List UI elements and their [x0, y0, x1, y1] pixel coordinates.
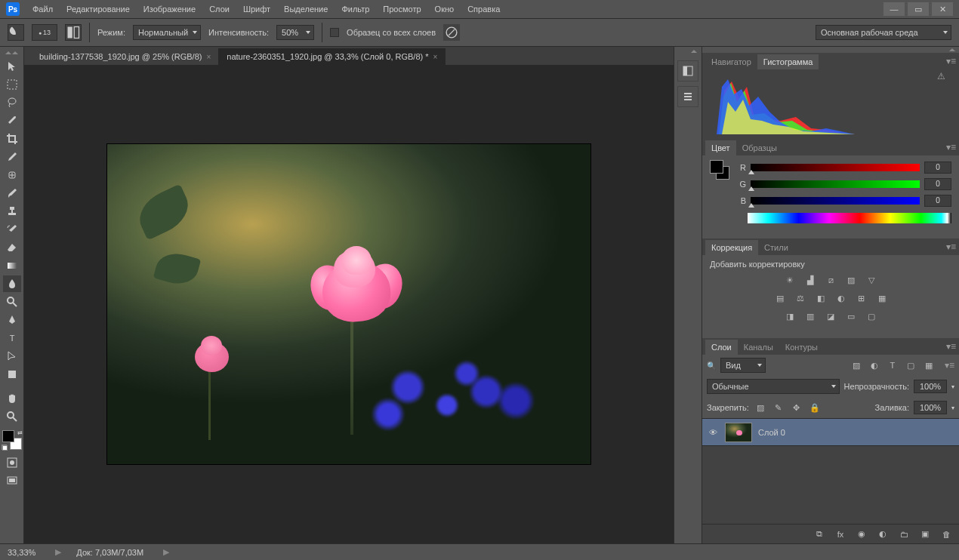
maximize-button[interactable]: ▭ — [908, 2, 929, 16]
hand-tool[interactable] — [3, 390, 21, 407]
blur-tool[interactable] — [3, 275, 21, 292]
levels-icon[interactable]: ▟ — [803, 273, 817, 287]
menu-type[interactable]: Шрифт — [236, 2, 277, 17]
brush-panel-toggle-icon[interactable] — [65, 24, 82, 41]
brush-tool[interactable] — [3, 185, 21, 202]
menu-window[interactable]: Окно — [428, 2, 461, 17]
quickmask-toggle[interactable] — [3, 454, 21, 471]
magic-wand-tool[interactable] — [3, 112, 21, 129]
panel-menu-icon[interactable]: ▾≡ — [946, 56, 956, 66]
filter-smart-icon[interactable]: ▦ — [922, 358, 936, 372]
new-adjustment-icon[interactable]: ◐ — [876, 528, 890, 541]
lock-all-icon[interactable]: 🔒 — [808, 401, 822, 414]
histogram-warning-icon[interactable]: ⚠ — [937, 71, 945, 82]
gradient-tool[interactable] — [3, 257, 21, 274]
marquee-tool[interactable] — [3, 76, 21, 93]
layer-mask-icon[interactable]: ◉ — [855, 528, 868, 541]
hue-icon[interactable]: ▤ — [773, 291, 787, 305]
layer-thumbnail[interactable] — [725, 423, 752, 442]
properties-panel-icon[interactable] — [677, 86, 698, 107]
menu-image[interactable]: Изображение — [137, 2, 202, 17]
type-tool[interactable]: T — [3, 330, 21, 346]
opacity-input[interactable]: 100% — [914, 380, 947, 393]
spectrum-bar[interactable] — [748, 213, 951, 223]
color-tab[interactable]: Цвет — [705, 140, 736, 155]
panel-menu-icon[interactable]: ▾≡ — [946, 341, 956, 352]
menu-file[interactable]: Файл — [26, 2, 60, 17]
layer-item[interactable]: 👁 Слой 0 — [702, 419, 959, 446]
filter-adjust-icon[interactable]: ◐ — [868, 358, 881, 372]
new-layer-icon[interactable]: ▣ — [918, 528, 932, 541]
layers-tab[interactable]: Слои — [705, 340, 738, 355]
workspace-switcher[interactable]: Основная рабочая среда — [816, 25, 951, 40]
curves-icon[interactable]: ⧄ — [824, 273, 837, 287]
healing-tool[interactable] — [3, 167, 21, 183]
lock-transparency-icon[interactable]: ▨ — [754, 401, 767, 414]
photo-filter-icon[interactable]: ◐ — [834, 291, 848, 305]
swap-colors-icon[interactable]: ⇄ — [17, 429, 23, 436]
brush-preset-picker[interactable]: ●13 — [32, 24, 57, 41]
lasso-tool[interactable] — [3, 94, 21, 111]
toolbox-grip[interactable] — [2, 50, 23, 56]
eyedropper-tool[interactable] — [3, 149, 21, 165]
panel-submenu-icon[interactable]: ▾≡ — [945, 360, 954, 371]
delete-layer-icon[interactable]: 🗑 — [939, 528, 953, 541]
r-slider[interactable] — [751, 164, 920, 171]
g-slider[interactable] — [751, 180, 920, 188]
filter-pixel-icon[interactable]: ▨ — [850, 358, 863, 372]
lock-paint-icon[interactable]: ✎ — [772, 401, 785, 414]
close-button[interactable]: ✕ — [932, 2, 953, 16]
visibility-toggle-icon[interactable]: 👁 — [707, 428, 719, 437]
screenmode-toggle[interactable] — [3, 472, 21, 489]
lock-position-icon[interactable]: ✥ — [790, 401, 803, 414]
menu-help[interactable]: Справка — [461, 2, 507, 17]
history-panel-icon[interactable] — [677, 60, 698, 82]
b-slider[interactable] — [751, 197, 920, 205]
panel-menu-icon[interactable]: ▾≡ — [946, 142, 956, 152]
dodge-tool[interactable] — [3, 294, 21, 310]
menu-view[interactable]: Просмотр — [376, 2, 427, 17]
navigator-tab[interactable]: Навигатор — [705, 54, 757, 69]
shape-tool[interactable] — [3, 366, 21, 383]
lookup-icon[interactable]: ▦ — [875, 291, 889, 305]
selective-icon[interactable]: ▢ — [865, 309, 878, 323]
statusbar-arrow-icon[interactable]: ▶ — [163, 547, 169, 557]
current-tool-icon[interactable] — [8, 24, 24, 41]
r-value[interactable]: 0 — [924, 162, 951, 174]
canvas-viewport[interactable] — [24, 65, 674, 543]
gradient-map-icon[interactable]: ▭ — [844, 309, 858, 323]
intensity-dropdown[interactable]: 50% — [276, 25, 314, 40]
swatches-tab[interactable]: Образцы — [736, 140, 783, 155]
posterize-icon[interactable]: ▥ — [803, 309, 817, 323]
document-tab[interactable]: building-1377538_1920.jpg @ 25% (RGB/8)× — [32, 48, 219, 65]
invert-icon[interactable]: ◨ — [783, 309, 797, 323]
channels-tab[interactable]: Каналы — [738, 340, 779, 355]
panel-expand-grip[interactable] — [677, 50, 699, 56]
zoom-tool[interactable] — [3, 408, 21, 425]
filter-shape-icon[interactable]: ▢ — [904, 358, 917, 372]
histogram-tab[interactable]: Гистограмма — [757, 54, 819, 69]
blend-mode-dropdown[interactable]: Обычные — [707, 379, 840, 394]
menu-filter[interactable]: Фильтр — [335, 2, 376, 17]
foreground-color[interactable] — [2, 430, 14, 442]
close-tab-icon[interactable]: × — [433, 53, 438, 61]
exposure-icon[interactable]: ▨ — [844, 273, 858, 287]
pressure-toggle-icon[interactable] — [443, 24, 460, 41]
close-tab-icon[interactable]: × — [206, 53, 211, 61]
zoom-level[interactable]: 33,33% — [8, 548, 35, 557]
color-swatches[interactable]: ⇄ — [2, 430, 22, 450]
stamp-tool[interactable] — [3, 203, 21, 220]
threshold-icon[interactable]: ◪ — [824, 309, 837, 323]
fg-swatch[interactable] — [710, 160, 723, 174]
layer-fx-icon[interactable]: fx — [834, 528, 847, 541]
canvas[interactable] — [107, 144, 591, 464]
balance-icon[interactable]: ⚖ — [794, 291, 807, 305]
document-tab[interactable]: nature-2360351_1920.jpg @ 33,3% (Слой 0,… — [219, 48, 446, 65]
minimize-button[interactable]: — — [883, 2, 905, 16]
fill-input[interactable]: 100% — [914, 401, 947, 414]
paths-tab[interactable]: Контуры — [779, 340, 824, 355]
panel-menu-icon[interactable]: ▾≡ — [946, 242, 956, 252]
blend-mode-dropdown[interactable]: Нормальный — [133, 25, 201, 40]
bw-icon[interactable]: ◧ — [814, 291, 828, 305]
sample-all-checkbox[interactable] — [330, 28, 339, 37]
